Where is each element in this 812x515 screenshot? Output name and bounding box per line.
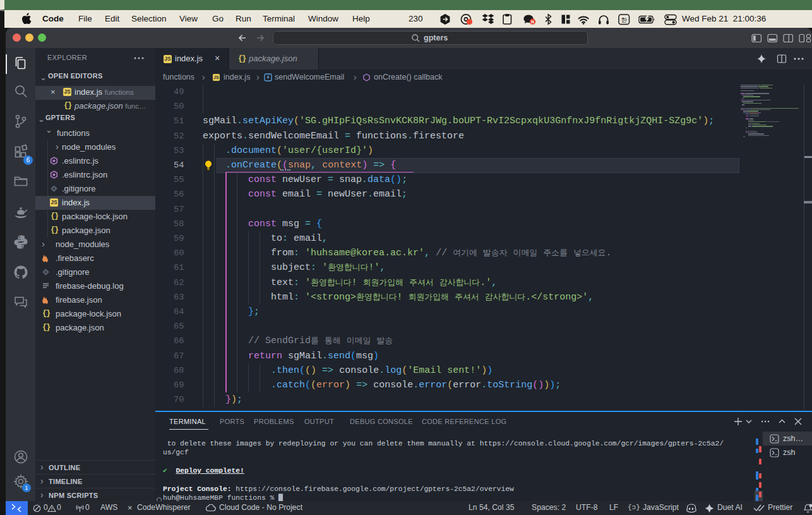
svg-text:한: 한 bbox=[621, 16, 627, 23]
svg-text:N: N bbox=[531, 20, 534, 24]
